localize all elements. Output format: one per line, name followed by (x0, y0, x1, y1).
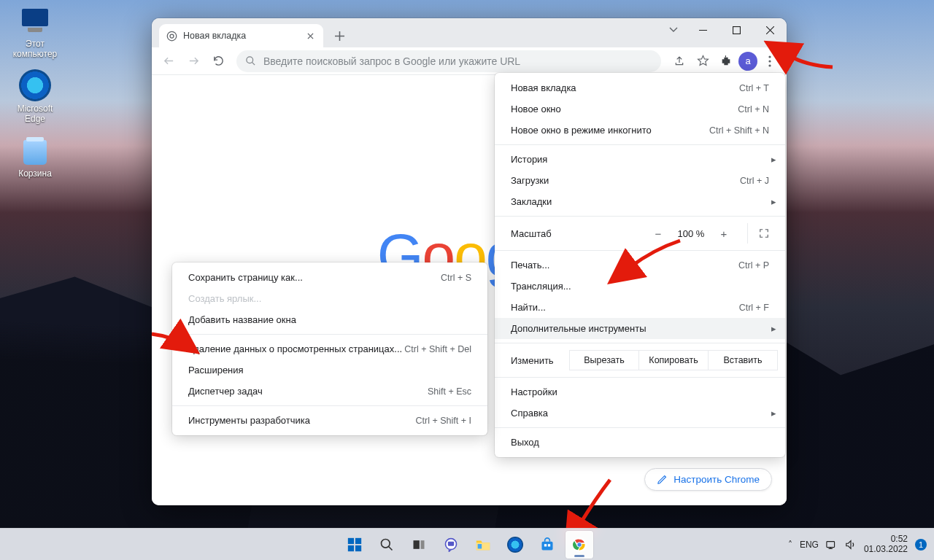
svg-rect-10 (355, 545, 361, 551)
desktop-icon-this-pc[interactable]: Этот компьютер (7, 4, 63, 59)
taskbar-chrome[interactable] (566, 531, 593, 559)
submenu-name-window[interactable]: Добавить название окна (172, 309, 487, 330)
copy-button[interactable]: Копировать (639, 350, 709, 370)
svg-point-5 (768, 60, 771, 62)
search-icon (379, 537, 394, 552)
reload-icon (212, 55, 225, 67)
tray-language[interactable]: ENG (800, 540, 819, 550)
submenu-save-page[interactable]: Сохранить страницу как...Ctrl + S (172, 267, 487, 288)
menu-item-label: Трансляция... (511, 281, 571, 292)
start-button[interactable] (341, 531, 368, 559)
menu-shortcut: Ctrl + N (738, 104, 769, 114)
arrow-right-icon (188, 55, 200, 67)
tray-network-icon[interactable] (826, 540, 838, 550)
menu-separator (495, 377, 785, 378)
menu-separator (495, 216, 785, 217)
back-button (158, 50, 180, 72)
browser-tab[interactable]: Новая вкладка (159, 24, 323, 47)
menu-item-label: Инструменты разработчика (188, 415, 310, 426)
tray-notifications[interactable]: 1 (915, 539, 927, 551)
desktop-icon-edge[interactable]: Microsoft Edge (7, 69, 63, 124)
chevron-right-icon: ▸ (771, 323, 776, 334)
chrome-menu-button[interactable] (759, 50, 781, 72)
menu-bookmarks[interactable]: Закладки▸ (495, 191, 785, 212)
puzzle-icon (720, 55, 732, 67)
bookmark-button[interactable] (692, 50, 714, 72)
search-icon (245, 55, 256, 66)
menu-item-label: Настройки (511, 386, 557, 397)
desktop-icon-recycle-bin[interactable]: Корзина (7, 134, 63, 179)
submenu-extensions[interactable]: Расширения (172, 359, 487, 381)
kebab-icon (768, 55, 771, 67)
fullscreen-button[interactable] (747, 223, 779, 244)
profile-avatar[interactable]: a (738, 52, 757, 71)
tray-chevron[interactable]: ˄ (788, 540, 792, 550)
menu-downloads[interactable]: ЗагрузкиCtrl + J (495, 170, 785, 191)
tray-clock[interactable]: 0:52 01.03.2022 (864, 534, 908, 555)
svg-rect-17 (478, 544, 482, 548)
titlebar[interactable]: Новая вкладка (152, 18, 787, 47)
submenu-clear-browsing-data[interactable]: Удаление данных о просмотренных страница… (172, 338, 487, 359)
system-tray: ˄ ENG 0:52 01.03.2022 1 (788, 534, 927, 555)
menu-settings[interactable]: Настройки (495, 381, 785, 402)
task-view-button[interactable] (405, 531, 433, 559)
menu-item-label: Сохранить страницу как... (188, 272, 303, 283)
menu-new-tab[interactable]: Новая вкладкаCtrl + T (495, 77, 785, 98)
tab-close-button[interactable] (304, 30, 316, 42)
menu-separator (495, 144, 785, 145)
chevron-right-icon: ▸ (771, 154, 776, 165)
tray-volume-icon[interactable] (845, 540, 857, 550)
customize-chrome-button[interactable]: Настроить Chrome (644, 468, 772, 491)
maximize-button[interactable] (719, 18, 753, 42)
menu-shortcut: Ctrl + T (739, 83, 769, 93)
menu-cast[interactable]: Трансляция... (495, 276, 785, 297)
paste-button[interactable]: Вставить (709, 350, 778, 370)
taskbar-search[interactable] (373, 531, 401, 559)
zoom-in-button[interactable]: + (711, 223, 737, 244)
menu-separator (172, 405, 487, 406)
forward-button (182, 50, 204, 72)
maximize-icon (733, 26, 741, 34)
toolbar-right: a (668, 50, 781, 72)
menu-item-label: Удаление данных о просмотренных страница… (188, 343, 402, 354)
taskbar-store[interactable] (533, 531, 561, 559)
taskbar-edge[interactable] (501, 531, 529, 559)
share-button[interactable] (668, 50, 690, 72)
svg-point-0 (167, 31, 177, 41)
edit-label: Изменить (511, 355, 569, 366)
menu-separator (495, 427, 785, 428)
menu-new-window[interactable]: Новое окноCtrl + N (495, 98, 785, 120)
menu-new-incognito[interactable]: Новое окно в режиме инкогнитоCtrl + Shif… (495, 120, 785, 141)
menu-history[interactable]: История▸ (495, 149, 785, 170)
close-window-button[interactable] (753, 18, 787, 42)
customize-label: Настроить Chrome (674, 474, 760, 485)
taskbar-chat[interactable] (437, 531, 465, 559)
chevron-right-icon: ▸ (771, 408, 776, 419)
svg-rect-13 (421, 540, 425, 549)
tab-search-button[interactable] (661, 18, 686, 42)
tab-title: Новая вкладка (183, 31, 246, 41)
submenu-task-manager[interactable]: Диспетчер задачShift + Esc (172, 381, 487, 402)
menu-item-label: Расширения (188, 365, 244, 376)
close-icon (307, 33, 314, 39)
menu-exit[interactable]: Выход (495, 432, 785, 453)
omnibox[interactable]: Введите поисковый запрос в Google или ук… (236, 50, 661, 72)
minimize-button[interactable] (686, 18, 719, 42)
menu-item-label: Диспетчер задач (188, 386, 263, 397)
taskbar-explorer[interactable] (469, 531, 497, 559)
menu-find[interactable]: Найти...Ctrl + F (495, 297, 785, 318)
zoom-out-button[interactable]: − (645, 223, 671, 244)
menu-print[interactable]: Печать...Ctrl + P (495, 254, 785, 276)
cut-button[interactable]: Вырезать (569, 350, 639, 370)
task-view-icon (412, 537, 426, 552)
svg-rect-8 (355, 537, 361, 543)
new-tab-button[interactable] (329, 26, 350, 46)
menu-more-tools[interactable]: Дополнительные инструменты▸ (495, 318, 785, 339)
menu-help[interactable]: Справка▸ (495, 402, 785, 424)
share-icon (674, 55, 685, 67)
extensions-button[interactable] (715, 50, 737, 72)
reload-button[interactable] (207, 50, 229, 72)
menu-shortcut: Ctrl + J (740, 176, 769, 186)
menu-shortcut: Ctrl + Shift + Del (404, 344, 471, 354)
submenu-dev-tools[interactable]: Инструменты разработчикаCtrl + Shift + I (172, 410, 487, 431)
